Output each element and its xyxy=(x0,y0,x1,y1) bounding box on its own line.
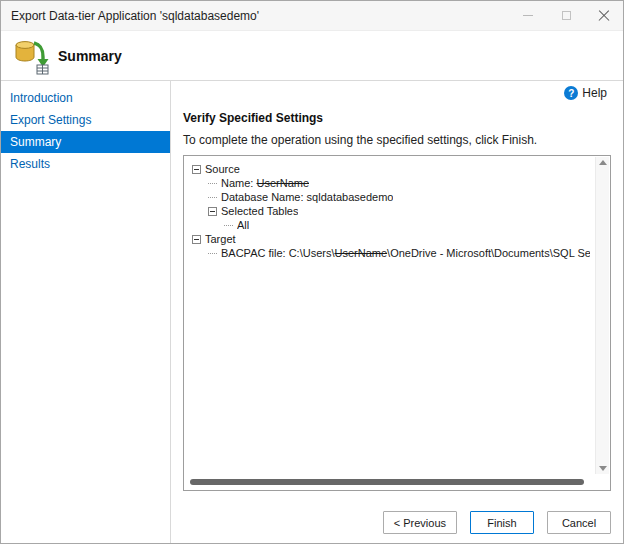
settings-tree-panel: SourceName: UserNameDatabase Name: sqlda… xyxy=(183,155,611,491)
redacted-username: UserName xyxy=(335,247,388,259)
tree-label: Source xyxy=(205,163,240,175)
help-icon: ? xyxy=(564,86,578,100)
sidebar-item-introduction[interactable]: Introduction xyxy=(1,87,170,109)
tree-text-segment: Selected Tables xyxy=(221,205,298,217)
sidebar-item-export-settings[interactable]: Export Settings xyxy=(1,109,170,131)
minimize-button[interactable] xyxy=(509,1,547,30)
tree-row: Database Name: sqldatabasedemo xyxy=(186,190,590,204)
tree-text-segment: \OneDrive - Microsoft\Documents\SQL Serv… xyxy=(387,247,590,259)
footer-buttons: < Previous Finish Cancel xyxy=(383,511,611,534)
tree-text-segment: BACPAC file: C:\Users\ xyxy=(221,247,335,259)
tree-row: BACPAC file: C:\Users\UserName\OneDrive … xyxy=(186,246,590,260)
wizard-header: Summary xyxy=(1,31,623,80)
close-icon xyxy=(598,10,610,22)
instruction-text: To complete the operation using the spec… xyxy=(183,133,623,147)
export-data-tier-wizard-window: Export Data-tier Application 'sqldatabas… xyxy=(0,0,624,544)
export-database-icon xyxy=(12,37,50,75)
help-link[interactable]: ? Help xyxy=(564,86,607,100)
tree-text-segment: All xyxy=(237,219,249,231)
previous-button[interactable]: < Previous xyxy=(383,511,457,534)
settings-tree: SourceName: UserNameDatabase Name: sqlda… xyxy=(186,162,590,260)
cancel-button[interactable]: Cancel xyxy=(547,511,611,534)
tree-connector xyxy=(208,253,217,254)
titlebar: Export Data-tier Application 'sqldatabas… xyxy=(1,1,623,31)
tree-row: Source xyxy=(186,162,590,176)
collapse-icon[interactable] xyxy=(192,165,201,174)
tree-text-segment: Database Name: sqldatabasedemo xyxy=(221,191,393,203)
tree-text-segment: Source xyxy=(205,163,240,175)
tree-row: Selected Tables xyxy=(186,204,590,218)
tree-label: Selected Tables xyxy=(221,205,298,217)
sidebar-item-summary[interactable]: Summary xyxy=(1,131,170,153)
tree-text-segment: Target xyxy=(205,233,236,245)
scroll-up-icon[interactable] xyxy=(599,160,607,165)
finish-button[interactable]: Finish xyxy=(470,511,534,534)
wizard-body: IntroductionExport SettingsSummaryResult… xyxy=(1,81,623,543)
tree-label: All xyxy=(237,219,249,231)
collapse-icon[interactable] xyxy=(208,207,217,216)
tree-label: Database Name: sqldatabasedemo xyxy=(221,191,393,203)
tree-connector xyxy=(208,197,217,198)
tree-row: All xyxy=(186,218,590,232)
tree-connector xyxy=(224,225,233,226)
tree-text-segment: Name: xyxy=(221,177,256,189)
window-controls xyxy=(509,1,623,30)
scroll-down-icon[interactable] xyxy=(599,466,607,471)
minimize-icon xyxy=(523,15,533,16)
collapse-icon[interactable] xyxy=(192,235,201,244)
tree-label: BACPAC file: C:\Users\UserName\OneDrive … xyxy=(221,247,590,259)
redacted-username: UserName xyxy=(256,177,309,189)
close-button[interactable] xyxy=(585,1,623,30)
section-heading: Verify Specified Settings xyxy=(183,111,623,125)
tree-label: Name: UserName xyxy=(221,177,309,189)
maximize-button[interactable] xyxy=(547,1,585,30)
tree-label: Target xyxy=(205,233,236,245)
vertical-scrollbar[interactable] xyxy=(595,157,609,474)
window-title: Export Data-tier Application 'sqldatabas… xyxy=(1,9,509,23)
sidebar-item-results[interactable]: Results xyxy=(1,153,170,175)
tree-row: Name: UserName xyxy=(186,176,590,190)
tree-connector xyxy=(208,183,217,184)
tree-row: Target xyxy=(186,232,590,246)
main-content: ? Help Verify Specified Settings To comp… xyxy=(171,81,623,543)
wizard-steps-sidebar: IntroductionExport SettingsSummaryResult… xyxy=(1,81,171,543)
help-label: Help xyxy=(582,86,607,100)
page-title: Summary xyxy=(58,48,122,64)
horizontal-scrollbar-thumb[interactable] xyxy=(190,479,584,485)
maximize-icon xyxy=(562,11,571,20)
